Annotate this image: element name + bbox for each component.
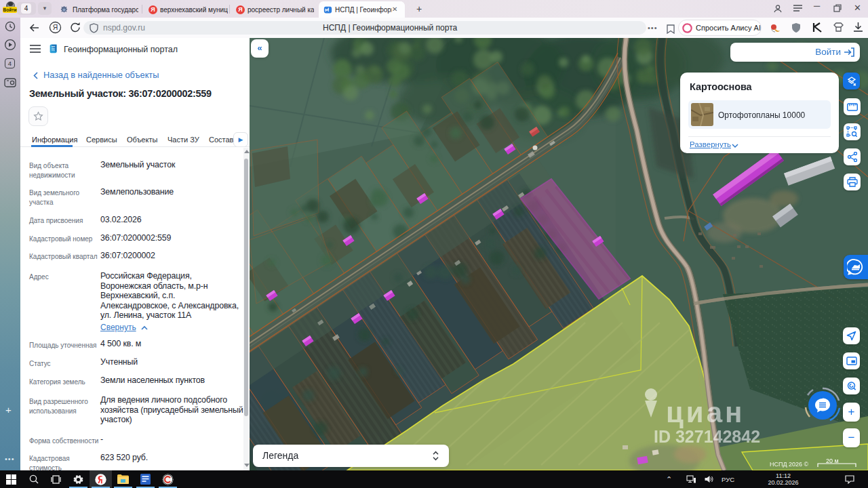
svg-text:НСПД 2026 ©: НСПД 2026 © — [770, 461, 809, 468]
svg-text:циан: циан — [666, 396, 745, 428]
svg-text:Я: Я — [53, 23, 58, 31]
svg-text:ID 327142842: ID 327142842 — [654, 427, 760, 446]
svg-text:20 м: 20 м — [826, 458, 839, 464]
